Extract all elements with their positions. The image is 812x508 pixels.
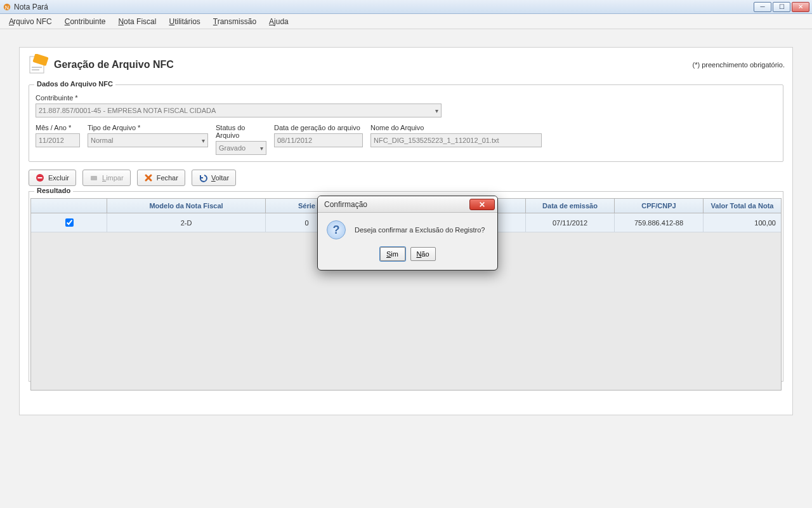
contribuinte-label: Contribuinte * (36, 94, 442, 102)
dados-arquivo-group: Dados do Arquivo NFC Contribuinte * 21.8… (29, 84, 783, 162)
menu-nota-fiscal[interactable]: Nota Fiscal (113, 16, 161, 27)
undo-icon (199, 173, 207, 182)
menu-bar: A/*placeholder to keep structure*/Arquiv… (0, 14, 812, 29)
close-window-button[interactable]: ✕ (792, 2, 809, 12)
dialog-buttons: Sim Não (318, 243, 497, 270)
status-value: Gravado (219, 144, 246, 152)
page-title: Geração de Arquivo NFC (54, 59, 174, 70)
dialog-title: Confirmação (324, 200, 367, 209)
voltar-button[interactable]: Voltar (192, 170, 236, 186)
app-title: Nota Pará (14, 3, 48, 11)
svg-rect-7 (38, 177, 43, 178)
row-valor: 100,00 (704, 213, 781, 232)
maximize-button[interactable]: ☐ (773, 2, 790, 12)
col-modelo-header[interactable]: Modelo da Nota Fiscal (107, 199, 266, 213)
tipo-label: Tipo de Arquivo * (88, 124, 208, 131)
svg-rect-8 (91, 176, 97, 180)
dialog-message: Deseja confirmar a Exclusão do Registro? (355, 226, 485, 234)
limpar-button[interactable]: Limpar (82, 170, 131, 186)
dados-arquivo-legend: Dados do Arquivo NFC (34, 80, 115, 88)
menu-arquivo-nfc[interactable]: A/*placeholder to keep structure*/Arquiv… (4, 16, 57, 27)
chevron-down-icon: ▾ (202, 137, 205, 144)
question-icon: ? (327, 220, 346, 239)
menu-arquivo-text: rquivo NFC (13, 17, 52, 26)
excluir-button[interactable]: Excluir (29, 170, 76, 186)
action-bar: Excluir Limpar Fechar (29, 170, 783, 186)
nao-button[interactable]: Não (410, 247, 436, 261)
dialog-close-button[interactable] (469, 199, 495, 210)
chevron-down-icon: ▾ (435, 107, 438, 114)
tipo-value: Normal (91, 137, 113, 144)
status-label: Status do Arquivo (216, 124, 266, 139)
svg-rect-5 (32, 69, 39, 70)
dataarq-input[interactable]: 08/11/2012 (274, 133, 363, 147)
app-window: N Nota Pará ─ ☐ ✕ A/*placeholder to keep… (0, 0, 812, 508)
minimize-button[interactable]: ─ (754, 2, 771, 12)
mesano-input[interactable]: 11/2012 (36, 133, 80, 147)
row-data: 07/11/2012 (526, 213, 615, 232)
row-checkbox[interactable] (65, 218, 74, 227)
voltar-label: Voltar (211, 174, 229, 182)
close-icon (144, 173, 153, 182)
resultado-legend: Resultado (34, 187, 73, 194)
sim-button[interactable]: Sim (380, 247, 405, 261)
dialog-body: ? Deseja confirmar a Exclusão do Registr… (318, 213, 497, 243)
tipo-select[interactable]: Normal ▾ (88, 133, 208, 147)
panel-header: Geração de Arquivo NFC (*) preenchimento… (20, 48, 792, 84)
dataarq-label: Data de geração do arquivo (274, 124, 363, 131)
chevron-down-icon: ▾ (260, 145, 263, 152)
menu-ajuda[interactable]: Ajuda (264, 16, 294, 27)
row-cpf: 759.886.412-88 (615, 213, 704, 232)
confirm-dialog: Confirmação ? Deseja confirmar a Exclusã… (317, 196, 498, 271)
page-icon (27, 54, 49, 76)
row-checkbox-cell (31, 213, 107, 232)
menu-contribuinte[interactable]: Contribuinte (60, 16, 111, 27)
col-data-header[interactable]: Data de emissão (526, 199, 615, 213)
app-icon: N (3, 3, 11, 11)
row-modelo: 2-D (107, 213, 266, 232)
required-note: (*) preenchimento obrigatório. (692, 61, 785, 69)
svg-text:N: N (5, 4, 9, 10)
title-bar: N Nota Pará ─ ☐ ✕ (0, 0, 812, 14)
dialog-titlebar: Confirmação (318, 196, 497, 213)
contribuinte-value: 21.887.857/0001-45 - EMPRESA NOTA FISCAL… (39, 107, 216, 114)
limpar-label: Limpar (102, 174, 124, 182)
dataarq-value: 08/11/2012 (277, 137, 312, 144)
contribuinte-select[interactable]: 21.887.857/0001-45 - EMPRESA NOTA FISCAL… (36, 104, 442, 117)
svg-rect-4 (32, 67, 42, 68)
col-check-header[interactable] (31, 199, 107, 213)
nomearq-input[interactable]: NFC_DIG_153525223_1_112012_01.txt (370, 133, 542, 147)
nomearq-label: Nome do Arquivo (370, 124, 542, 131)
mesano-label: Mês / Ano * (36, 124, 80, 131)
excluir-label: Excluir (48, 174, 69, 182)
col-cpf-header[interactable]: CPF/CNPJ (615, 199, 704, 213)
nomearq-value: NFC_DIG_153525223_1_112012_01.txt (374, 137, 499, 144)
mesano-value: 11/2012 (39, 137, 64, 144)
col-valor-header[interactable]: Valor Total da Nota (704, 199, 781, 213)
fechar-button[interactable]: Fechar (137, 170, 185, 186)
clear-icon (89, 173, 98, 182)
menu-utilitarios[interactable]: Utilitários (164, 16, 205, 27)
menu-transmissao[interactable]: Transmissão (208, 16, 261, 27)
delete-icon (36, 173, 44, 182)
status-select[interactable]: Gravado ▾ (216, 141, 266, 155)
window-controls: ─ ☐ ✕ (754, 2, 809, 12)
fechar-label: Fechar (157, 174, 178, 182)
